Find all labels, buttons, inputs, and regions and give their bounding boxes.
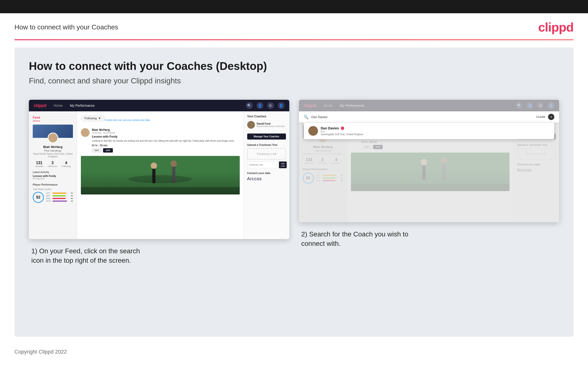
add-link-btn-1[interactable]: Add Link bbox=[279, 161, 287, 168]
add-link-row-1: Add Link bbox=[247, 161, 286, 168]
stats-row-1: 131 Activities 3 Followers 4 Following bbox=[33, 161, 73, 167]
player-perf-section-1: Player Performance Total Player Quality … bbox=[33, 183, 73, 203]
search-icon-2: 🔍 bbox=[304, 115, 308, 119]
bar-app: APP 85 bbox=[46, 195, 73, 197]
profile-sidebar-1: Feed Blair McHarg Plus Handicap Royal No… bbox=[29, 111, 77, 239]
footer: Copyright Clippd 2022 bbox=[0, 344, 588, 360]
coach-club-1: Royal North Devon Golf Club bbox=[257, 125, 285, 128]
result-item-2[interactable]: Dan Davies ✓ Pro Sunningdale Golf Club, … bbox=[308, 126, 550, 136]
feed-post-1: Blair McHarg Yesterday · Sunningdale Les… bbox=[81, 128, 240, 153]
copyright-text: Copyright Clippd 2022 bbox=[14, 349, 67, 355]
stat-following-1: 4 Following bbox=[61, 161, 71, 167]
coach-avatar-1 bbox=[247, 121, 255, 129]
link-input-1[interactable] bbox=[247, 161, 278, 168]
svg-rect-0 bbox=[81, 156, 240, 194]
profile-handicap-1: Plus Handicap bbox=[33, 149, 73, 152]
mockup-1: clippd Home My Performance 🔍 👤 ⚙ 👤 Feed bbox=[29, 100, 289, 239]
activity-date-1: 03 Aug 2022 bbox=[33, 177, 73, 180]
arccos-logo-1: Arccos bbox=[247, 176, 286, 182]
post-meta-1: Yesterday · Sunningdale bbox=[92, 132, 240, 134]
svg-point-6 bbox=[171, 160, 177, 167]
result-club-2: Sunningdale Golf Club, United Kingdom bbox=[321, 133, 363, 136]
stat-bars-1: OTT 90 APP 85 bbox=[46, 192, 73, 203]
trackman-text-1: Trackman Link bbox=[251, 152, 282, 156]
caption-1: 1) On your Feed, click on the searchicon… bbox=[29, 246, 289, 265]
settings-icon-nav[interactable]: ⚙ bbox=[267, 102, 274, 109]
screenshot-panel-2: clippd Home My Performance 🔍 👤 ⚙ 👤 Feed bbox=[299, 100, 559, 265]
nav-home-1[interactable]: Home bbox=[54, 104, 62, 108]
manage-coaches-btn-1[interactable]: Manage Your Coaches bbox=[247, 134, 286, 139]
total-quality-label: Total Player Quality bbox=[33, 188, 73, 190]
bar-arg: ARG 86 bbox=[46, 197, 73, 200]
svg-rect-3 bbox=[152, 167, 156, 183]
post-actions-1: OFF APP bbox=[92, 148, 240, 153]
profile-name-1: Blair McHarg bbox=[33, 145, 73, 149]
activities-count-1: 131 bbox=[35, 161, 44, 165]
page-title: How to connect with your Coaches bbox=[14, 23, 118, 31]
coaches-title-1: Your Coaches bbox=[247, 115, 286, 118]
app-navbar-1: clippd Home My Performance 🔍 👤 ⚙ 👤 bbox=[29, 100, 289, 111]
header: How to connect with your Coaches clippd bbox=[0, 13, 588, 39]
followers-label-1: Followers bbox=[48, 165, 57, 167]
btn-app-1[interactable]: APP bbox=[103, 148, 113, 153]
post-duration-1: 01 hr : 30 min bbox=[92, 144, 240, 147]
bar-putt: PUTT 96 bbox=[46, 200, 73, 202]
svg-rect-5 bbox=[172, 165, 175, 183]
svg-rect-1 bbox=[81, 187, 240, 194]
followers-count-1: 3 bbox=[48, 161, 57, 165]
avatar-icon-nav[interactable]: 👤 bbox=[278, 102, 284, 109]
top-bar bbox=[0, 0, 588, 13]
post-name-1: Blair McHarg bbox=[92, 128, 240, 132]
result-avatar-2 bbox=[308, 126, 318, 136]
nav-icons-1: 🔍 👤 ⚙ 👤 bbox=[246, 102, 284, 109]
following-button-1[interactable]: Following ▼ bbox=[81, 115, 105, 121]
screenshot-panel-1: clippd Home My Performance 🔍 👤 ⚙ 👤 Feed bbox=[29, 100, 289, 265]
caption-2: 2) Search for the Coach you wish toconne… bbox=[299, 230, 559, 248]
close-btn-2[interactable]: × bbox=[548, 114, 554, 120]
main-heading: How to connect with your Coaches (Deskto… bbox=[29, 60, 559, 73]
coach-item-1: David Ford Royal North Devon Golf Club bbox=[247, 121, 286, 129]
post-avatar-1 bbox=[81, 128, 89, 137]
btn-off-1[interactable]: OFF bbox=[92, 148, 102, 153]
profile-club-1: Royal North Devon Golf Club, United King… bbox=[33, 153, 73, 158]
result-role-2: Pro bbox=[321, 130, 363, 133]
coaches-panel-1: Your Coaches David Ford Royal North Devo… bbox=[244, 111, 289, 239]
stat-activities-1: 131 Activities bbox=[35, 161, 44, 167]
post-text-1: Looking to feel like my hands are exitin… bbox=[92, 139, 240, 143]
following-count-1: 4 bbox=[61, 161, 71, 165]
trackman-box-1: Trackman Link bbox=[247, 148, 286, 159]
post-title-1: Lesson with Fordy bbox=[92, 135, 240, 138]
search-icon-nav[interactable]: 🔍 bbox=[246, 102, 253, 109]
connect-section-1: Connect your data Arccos bbox=[247, 172, 286, 182]
bar-ott: OTT 90 bbox=[46, 192, 73, 194]
profile-icon-nav[interactable]: 👤 bbox=[257, 102, 263, 109]
coach-name-1: David Ford bbox=[257, 122, 285, 125]
search-query-2[interactable]: Dan Davies bbox=[311, 115, 533, 119]
golf-image-1 bbox=[81, 156, 240, 194]
feed-main-1: Following ▼ Control who can see your act… bbox=[77, 111, 244, 239]
screenshots-row: clippd Home My Performance 🔍 👤 ⚙ 👤 Feed bbox=[29, 100, 559, 265]
activity-link-1[interactable]: Control who can see your activity and da… bbox=[105, 119, 150, 121]
mockup-2: clippd Home My Performance 🔍 👤 ⚙ 👤 Feed bbox=[299, 100, 559, 222]
app-logo-1: clippd bbox=[34, 103, 46, 108]
player-perf-title-1: Player Performance bbox=[33, 183, 73, 186]
main-content: How to connect with your Coaches (Deskto… bbox=[14, 47, 574, 337]
activities-label-1: Activities bbox=[35, 165, 44, 167]
clippd-logo: clippd bbox=[538, 20, 574, 35]
header-divider bbox=[14, 39, 574, 40]
activity-name-1: Lesson with Fordy bbox=[33, 175, 73, 177]
main-subtitle: Find, connect and share your Clippd insi… bbox=[29, 76, 559, 85]
result-info-2: Dan Davies ✓ Pro Sunningdale Golf Club, … bbox=[321, 126, 363, 136]
feed-tab-1[interactable]: Feed bbox=[33, 116, 40, 121]
upload-title-1: Upload a Trackman Test bbox=[247, 143, 286, 146]
app-body-1: Feed Blair McHarg Plus Handicap Royal No… bbox=[29, 111, 289, 239]
svg-point-2 bbox=[129, 175, 192, 183]
search-bar-2: 🔍 Dan Davies CLEAR × bbox=[299, 111, 559, 123]
result-badge-2: ✓ bbox=[341, 127, 344, 130]
upload-section-1: Upload a Trackman Test Trackman Link Add… bbox=[247, 143, 286, 168]
quality-score-1: 92 bbox=[33, 192, 44, 203]
profile-avatar-1 bbox=[48, 133, 58, 143]
clear-button-2[interactable]: CLEAR bbox=[536, 115, 545, 118]
nav-myperformance-1[interactable]: My Performance bbox=[70, 104, 95, 108]
svg-point-4 bbox=[151, 162, 157, 169]
